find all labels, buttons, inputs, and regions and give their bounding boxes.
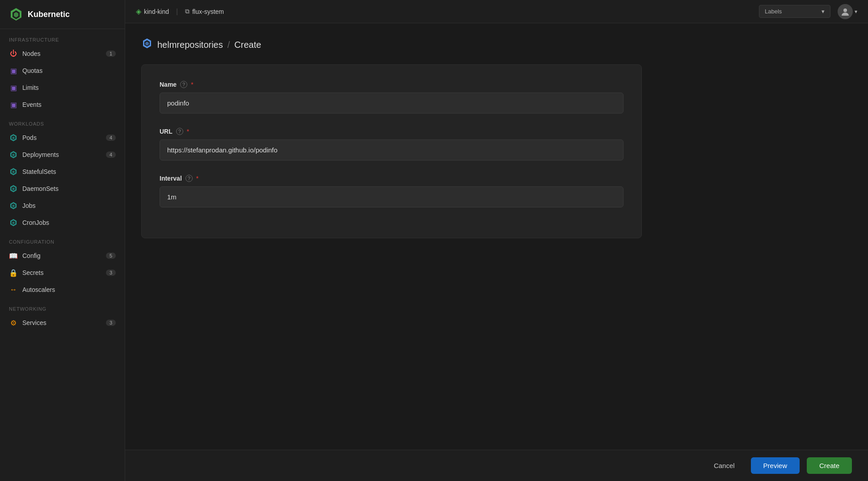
sidebar-item-jobs[interactable]: Jobs [0, 197, 125, 214]
config-badge: 5 [106, 253, 116, 259]
sidebar-item-pods[interactable]: Pods 4 [0, 129, 125, 146]
interval-input[interactable] [160, 186, 624, 207]
sidebar-item-quotas-label: Quotas [22, 67, 116, 74]
preview-button[interactable]: Preview [751, 457, 800, 474]
section-networking: Networking [0, 298, 125, 314]
deployments-icon [9, 150, 18, 159]
sidebar-item-deployments[interactable]: Deployments 4 [0, 146, 125, 163]
app-logo [9, 7, 23, 21]
section-workloads: Workloads [0, 113, 125, 129]
config-icon: 📖 [9, 251, 18, 260]
name-help-icon[interactable]: ? [180, 81, 187, 88]
secrets-badge: 3 [106, 270, 116, 276]
autoscalers-icon: ↔ [9, 285, 18, 294]
services-badge: 3 [106, 320, 116, 326]
sidebar-item-daemonsets-label: DaemonSets [22, 185, 116, 192]
cluster-icon: ◈ [136, 7, 141, 16]
sidebar-item-events[interactable]: ▣ Events [0, 96, 125, 113]
sidebar-item-jobs-label: Jobs [22, 202, 116, 209]
nodes-badge: 1 [106, 51, 116, 57]
breadcrumb-icon [141, 38, 153, 52]
services-icon: ⚙ [9, 318, 18, 327]
secrets-icon: 🔒 [9, 268, 18, 277]
user-chevron-icon: ▾ [855, 8, 857, 15]
topbar: ◈ kind-kind | ⧉ flux-system Labels ▾ ▾ [125, 0, 868, 23]
interval-required-marker: * [196, 175, 198, 182]
cronjobs-icon [9, 218, 18, 227]
namespace-tab[interactable]: ⧉ flux-system [185, 8, 224, 15]
app-header: Kubernetic [0, 0, 125, 29]
pods-badge: 4 [106, 135, 116, 141]
url-required-marker: * [187, 128, 189, 135]
pods-icon [9, 133, 18, 142]
create-button[interactable]: Create [807, 457, 852, 474]
namespace-name: flux-system [192, 8, 224, 15]
user-area[interactable]: ▾ [838, 4, 857, 19]
sidebar-item-autoscalers-label: Autoscalers [22, 286, 116, 293]
cancel-button[interactable]: Cancel [705, 457, 744, 474]
events-icon: ▣ [9, 100, 18, 109]
svg-point-3 [843, 8, 847, 12]
name-input[interactable] [160, 93, 624, 114]
url-help-icon[interactable]: ? [176, 128, 183, 135]
power-icon: ⏻ [9, 49, 18, 58]
limits-icon: ▣ [9, 83, 18, 92]
sidebar-item-daemonsets[interactable]: DaemonSets [0, 180, 125, 197]
sidebar-item-statefulsets[interactable]: StatefulSets [0, 163, 125, 180]
sidebar-item-autoscalers[interactable]: ↔ Autoscalers [0, 281, 125, 298]
section-configuration: Configuration [0, 231, 125, 247]
sidebar: Kubernetic Infrastructure ⏻ Nodes 1 ▣ Qu… [0, 0, 125, 481]
content-area: helmrepositories / Create Name ? * URL ? [125, 23, 868, 450]
interval-help-icon[interactable]: ? [185, 175, 193, 182]
daemonsets-icon [9, 184, 18, 193]
sidebar-item-statefulsets-label: StatefulSets [22, 168, 116, 175]
user-avatar [838, 4, 853, 19]
interval-field: Interval ? * [160, 175, 624, 207]
sidebar-item-config-label: Config [22, 252, 101, 259]
name-label: Name [160, 81, 177, 88]
sidebar-item-nodes[interactable]: ⏻ Nodes 1 [0, 45, 125, 62]
labels-arrow: ▾ [822, 8, 825, 15]
sidebar-item-services[interactable]: ⚙ Services 3 [0, 314, 125, 331]
interval-label: Interval [160, 175, 182, 182]
sidebar-item-secrets[interactable]: 🔒 Secrets 3 [0, 264, 125, 281]
sidebar-item-cronjobs[interactable]: CronJobs [0, 214, 125, 231]
sidebar-item-deployments-label: Deployments [22, 151, 101, 158]
url-label: URL [160, 128, 173, 135]
sidebar-item-quotas[interactable]: ▣ Quotas [0, 62, 125, 79]
namespace-icon: ⧉ [185, 8, 190, 15]
create-form: Name ? * URL ? * Interval ? [141, 64, 642, 238]
sidebar-item-services-label: Services [22, 319, 101, 326]
sidebar-item-limits[interactable]: ▣ Limits [0, 79, 125, 96]
sidebar-item-config[interactable]: 📖 Config 5 [0, 247, 125, 264]
labels-placeholder: Labels [765, 8, 782, 15]
breadcrumb: helmrepositories / Create [141, 38, 852, 52]
topbar-separator: | [176, 8, 178, 16]
jobs-icon [9, 201, 18, 210]
labels-dropdown[interactable]: Labels ▾ [759, 5, 830, 18]
section-infrastructure: Infrastructure [0, 29, 125, 45]
cluster-name: kind-kind [144, 8, 169, 15]
bottom-bar: Cancel Preview Create [125, 450, 868, 481]
name-field: Name ? * [160, 81, 624, 114]
breadcrumb-separator: / [228, 40, 230, 50]
url-field: URL ? * [160, 128, 624, 160]
sidebar-item-cronjobs-label: CronJobs [22, 219, 116, 226]
sidebar-item-limits-label: Limits [22, 84, 116, 91]
sidebar-item-events-label: Events [22, 101, 116, 108]
breadcrumb-resource: helmrepositories [157, 40, 223, 50]
url-input[interactable] [160, 139, 624, 160]
sidebar-item-pods-label: Pods [22, 134, 101, 141]
statefulsets-icon [9, 167, 18, 176]
sidebar-item-secrets-label: Secrets [22, 269, 101, 276]
main-content: ◈ kind-kind | ⧉ flux-system Labels ▾ ▾ [125, 0, 868, 481]
name-required-marker: * [191, 81, 193, 88]
quotas-icon: ▣ [9, 66, 18, 75]
cluster-tab[interactable]: ◈ kind-kind [136, 7, 169, 16]
sidebar-item-nodes-label: Nodes [22, 50, 101, 57]
app-title: Kubernetic [28, 10, 70, 19]
breadcrumb-action: Create [234, 40, 261, 50]
deployments-badge: 4 [106, 152, 116, 158]
